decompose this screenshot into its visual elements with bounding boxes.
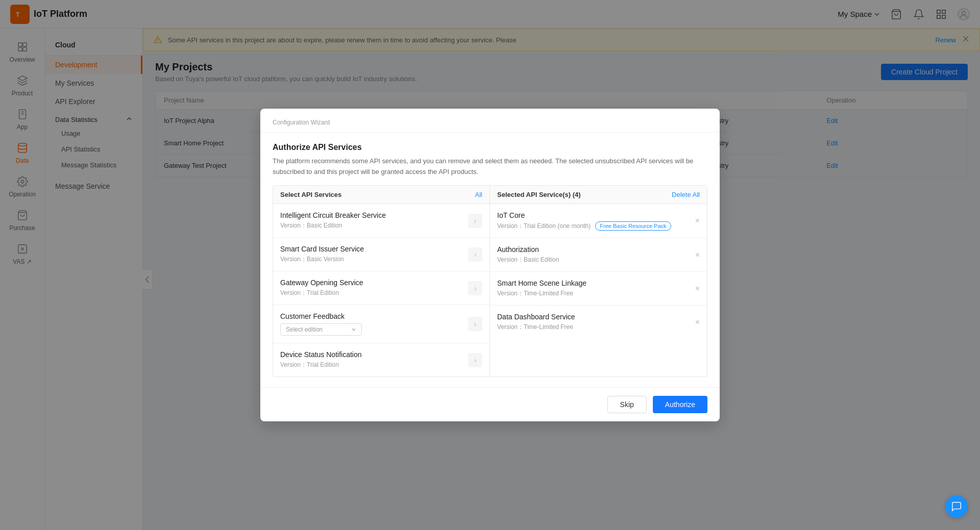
chat-icon bbox=[951, 501, 962, 512]
modal-right-header: Selected API Service(s) (4) Delete All bbox=[490, 186, 707, 204]
modal-body: Authorize API Services The platform reco… bbox=[260, 133, 720, 388]
service-item-intelligent-circuit[interactable]: Intelligent Circuit Breaker Service Vers… bbox=[273, 204, 489, 238]
modal-left-title: Select API Services bbox=[280, 191, 341, 198]
arrow-icon[interactable]: › bbox=[468, 353, 482, 367]
service-item-device-status[interactable]: Device Status Notification Version：Trial… bbox=[273, 343, 489, 376]
selected-info: Smart Home Scene Linkage Version：Time-Li… bbox=[497, 279, 586, 298]
version-val-0: Basic Edition bbox=[307, 222, 342, 229]
selected-version: Version：Basic Edition bbox=[497, 256, 559, 264]
service-info: Customer Feedback Select edition bbox=[280, 312, 464, 336]
skip-button[interactable]: Skip bbox=[607, 396, 647, 413]
service-info: Gateway Opening Service Version：Trial Ed… bbox=[280, 279, 363, 297]
modal-right-title: Selected API Service(s) (4) bbox=[497, 191, 581, 198]
service-name: Smart Card Issuer Service bbox=[280, 245, 364, 253]
service-version: Version：Trial Edition bbox=[280, 289, 363, 297]
service-name: Device Status Notification bbox=[280, 350, 362, 359]
remove-iot-core-button[interactable]: × bbox=[695, 216, 700, 225]
service-version: Version：Trial Edition bbox=[280, 361, 362, 369]
modal-overlay: Configuration Wizard Authorize API Servi… bbox=[0, 0, 980, 530]
modal-right-column: Selected API Service(s) (4) Delete All I… bbox=[490, 186, 707, 376]
modal-footer: Skip Authorize bbox=[260, 387, 720, 421]
chat-bubble-button[interactable] bbox=[945, 495, 968, 518]
selected-name: IoT Core bbox=[497, 211, 671, 219]
modal: Configuration Wizard Authorize API Servi… bbox=[260, 109, 720, 422]
modal-left-column: Select API Services All Intelligent Circ… bbox=[273, 186, 490, 376]
selected-name: Authorization bbox=[497, 245, 559, 254]
version-label-0: Version： bbox=[280, 222, 307, 229]
arrow-icon[interactable]: › bbox=[468, 281, 482, 295]
service-name: Gateway Opening Service bbox=[280, 279, 363, 287]
selected-item-iot-core: IoT Core Version：Trial Edition (one mont… bbox=[490, 204, 707, 238]
selected-item-smart-home: Smart Home Scene Linkage Version：Time-Li… bbox=[490, 272, 707, 306]
remove-authorization-button[interactable]: × bbox=[695, 250, 700, 260]
selected-version: Version：Trial Edition (one month) Free B… bbox=[497, 221, 671, 231]
authorize-button[interactable]: Authorize bbox=[653, 396, 707, 413]
selected-name: Smart Home Scene Linkage bbox=[497, 279, 586, 287]
service-info: Smart Card Issuer Service Version：Basic … bbox=[280, 245, 364, 264]
service-item-gateway[interactable]: Gateway Opening Service Version：Trial Ed… bbox=[273, 271, 489, 305]
selected-item-data-dashboard: Data Dashboard Service Version：Time-Limi… bbox=[490, 306, 707, 339]
arrow-icon[interactable]: › bbox=[468, 247, 482, 262]
remove-smart-home-button[interactable]: × bbox=[695, 284, 700, 293]
service-info: Intelligent Circuit Breaker Service Vers… bbox=[280, 211, 386, 230]
remove-data-dashboard-button[interactable]: × bbox=[695, 318, 700, 327]
selected-info: Authorization Version：Basic Edition bbox=[497, 245, 559, 264]
modal-columns: Select API Services All Intelligent Circ… bbox=[273, 185, 707, 377]
service-item-customer-feedback[interactable]: Customer Feedback Select edition › bbox=[273, 305, 489, 343]
modal-section-title: Authorize API Services bbox=[273, 143, 707, 152]
modal-left-header: Select API Services All bbox=[273, 186, 489, 204]
arrow-icon[interactable]: › bbox=[468, 317, 482, 331]
selected-info: Data Dashboard Service Version：Time-Limi… bbox=[497, 313, 575, 332]
modal-left-action[interactable]: All bbox=[475, 191, 482, 198]
modal-header: Configuration Wizard bbox=[260, 109, 720, 133]
edition-select[interactable]: Select edition bbox=[280, 323, 362, 336]
selected-version: Version：Time-Limited Free bbox=[497, 289, 586, 298]
service-name: Customer Feedback bbox=[280, 312, 464, 320]
service-version: Version：Basic Edition bbox=[280, 221, 386, 230]
arrow-icon[interactable]: › bbox=[468, 214, 482, 228]
service-info: Device Status Notification Version：Trial… bbox=[280, 350, 362, 369]
modal-wizard-label: Configuration Wizard bbox=[273, 119, 707, 126]
modal-right-action[interactable]: Delete All bbox=[672, 191, 700, 198]
modal-description: The platform recommends some API service… bbox=[273, 156, 707, 178]
service-name: Intelligent Circuit Breaker Service bbox=[280, 211, 386, 219]
free-basic-badge: Free Basic Resource Pack bbox=[595, 221, 671, 231]
service-version: Version：Basic Version bbox=[280, 255, 364, 264]
selected-name: Data Dashboard Service bbox=[497, 313, 575, 321]
select-placeholder: Select edition bbox=[286, 326, 323, 333]
select-chevron-icon bbox=[351, 327, 356, 332]
selected-info: IoT Core Version：Trial Edition (one mont… bbox=[497, 211, 671, 231]
service-item-smart-card[interactable]: Smart Card Issuer Service Version：Basic … bbox=[273, 238, 489, 271]
selected-item-authorization: Authorization Version：Basic Edition × bbox=[490, 238, 707, 272]
selected-version: Version：Time-Limited Free bbox=[497, 323, 575, 332]
